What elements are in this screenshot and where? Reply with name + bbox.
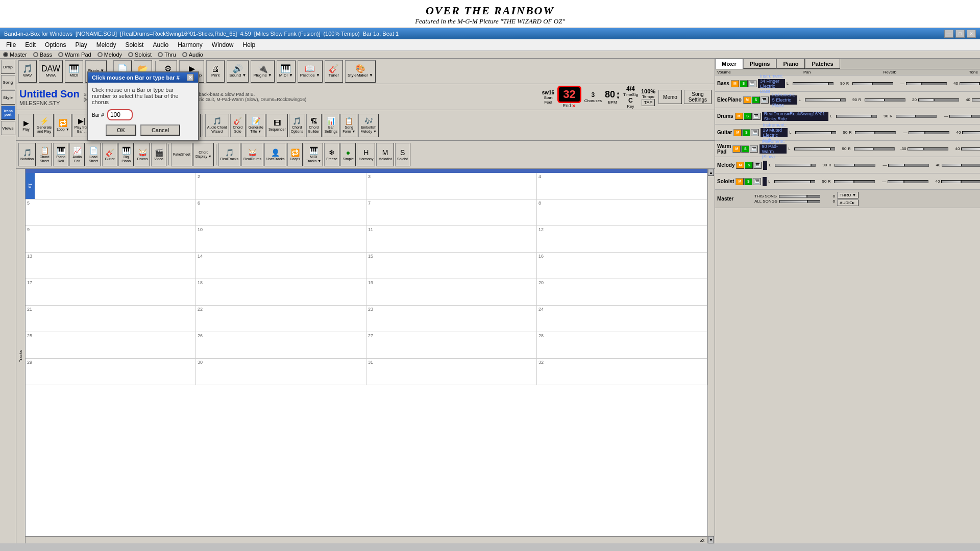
pan-track-5[interactable] bbox=[835, 164, 875, 167]
vol-track-4[interactable] bbox=[794, 147, 835, 151]
soloist-toolbar-button[interactable]: S Soloist bbox=[395, 143, 410, 166]
dialog-close-button[interactable]: ✕ bbox=[187, 74, 194, 81]
mixer-tab-patches[interactable]: Patches bbox=[805, 59, 840, 69]
chord-cell-16[interactable]: 16 bbox=[537, 253, 707, 279]
mute-btn-2[interactable]: M bbox=[735, 113, 743, 120]
mute-btn-3[interactable]: M bbox=[733, 129, 742, 136]
piano-roll-button[interactable]: 🎹 PianoRoll bbox=[53, 143, 68, 166]
mwa-button[interactable]: DAW MWA bbox=[39, 60, 63, 83]
tone-track-0[interactable] bbox=[960, 82, 980, 85]
chord-cell-6[interactable]: 6 bbox=[196, 199, 366, 226]
chord-cell-25[interactable]: 25 bbox=[26, 332, 196, 359]
vol-track-1[interactable] bbox=[805, 98, 846, 102]
simple-button[interactable]: ● Simple bbox=[340, 143, 356, 166]
chord-cell-15[interactable]: 15 bbox=[366, 253, 537, 279]
loop-button[interactable]: 🔁 Loop ▼ bbox=[55, 114, 71, 137]
chord-solo-button[interactable]: 🎸 ChordSolo bbox=[230, 114, 246, 137]
video-button[interactable]: 🎬 Video bbox=[151, 143, 166, 166]
tap-button[interactable]: TAP bbox=[642, 99, 655, 106]
solo-btn-2[interactable]: S bbox=[744, 113, 752, 120]
rev-track-5[interactable] bbox=[888, 164, 929, 167]
solo-btn-0[interactable]: S bbox=[740, 80, 748, 87]
chord-cell-30[interactable]: 30 bbox=[196, 359, 366, 385]
memo-button[interactable]: Memo bbox=[658, 90, 682, 104]
guitar-button[interactable]: 🎸 Guitar bbox=[102, 143, 117, 166]
vol-track-2[interactable] bbox=[836, 115, 877, 118]
tone-track-1[interactable] bbox=[972, 98, 980, 102]
sidebar-style[interactable]: Style bbox=[1, 90, 15, 105]
chord-sheet-button[interactable]: 📋 ChordSheet bbox=[37, 143, 52, 166]
chord-cell-11[interactable]: 11 bbox=[366, 226, 537, 253]
tone-track-4[interactable] bbox=[961, 147, 980, 151]
pan-track-1[interactable] bbox=[865, 98, 905, 102]
chord-cell-2[interactable]: 2 bbox=[196, 173, 366, 199]
usertracks-button[interactable]: 👤 UserTracks bbox=[264, 143, 287, 166]
fakesheet-button[interactable]: FakeSheet bbox=[171, 143, 192, 166]
radio-audio[interactable]: Audio bbox=[182, 52, 203, 58]
chord-cell-10[interactable]: 10 bbox=[196, 226, 366, 253]
rev-track-1[interactable] bbox=[918, 98, 959, 102]
chord-cell-27[interactable]: 27 bbox=[366, 332, 537, 359]
piano-btn-3[interactable]: 🎹 bbox=[751, 129, 759, 136]
this-song-fader[interactable] bbox=[779, 195, 820, 198]
sidebar-song[interactable]: Song bbox=[1, 75, 15, 89]
audio-chord-button[interactable]: 🎵 Audio ChordWizard bbox=[205, 114, 229, 137]
lead-sheet-button[interactable]: 📄 LeadSheet bbox=[86, 143, 101, 166]
radio-master[interactable]: Master bbox=[3, 52, 27, 58]
chord-cell-18[interactable]: 18 bbox=[196, 279, 366, 306]
radio-thru[interactable]: Thru bbox=[158, 52, 176, 58]
chord-cell-1[interactable]: 11aC bbox=[26, 173, 196, 199]
rev-track-2[interactable] bbox=[949, 115, 980, 118]
instrument-5[interactable] bbox=[763, 161, 767, 170]
tone-track-5[interactable] bbox=[942, 164, 980, 167]
mixer-tab-mixer[interactable]: Mixer bbox=[715, 59, 743, 69]
dialog-ok-button[interactable]: OK bbox=[106, 124, 136, 136]
mute-btn-6[interactable]: M bbox=[736, 178, 744, 185]
bar-number-display[interactable]: 32 End ✕ bbox=[557, 86, 581, 109]
stylemaker-button[interactable]: 🎨 StyleMaker ▼ bbox=[345, 60, 376, 83]
solo-btn-6[interactable]: S bbox=[744, 178, 752, 185]
chord-cell-7[interactable]: 7 bbox=[366, 199, 537, 226]
menu-item-edit[interactable]: Edit bbox=[21, 40, 40, 49]
chord-cell-9[interactable]: 9 bbox=[26, 226, 196, 253]
pan-track-4[interactable] bbox=[854, 147, 895, 151]
menu-item-options[interactable]: Options bbox=[41, 40, 70, 49]
rev-track-0[interactable] bbox=[906, 82, 947, 85]
chord-cell-8[interactable]: 8 bbox=[537, 199, 707, 226]
chord-cell-29[interactable]: 29 bbox=[26, 359, 196, 385]
tuner-button[interactable]: 🎸 Tuner bbox=[325, 60, 343, 83]
radio-soloist[interactable]: Soloist bbox=[128, 52, 152, 58]
chord-cell-5[interactable]: 5 bbox=[26, 199, 196, 226]
instrument-0[interactable]: Instrument: 34 Finger Electric Bass bbox=[758, 79, 785, 88]
practice-button[interactable]: 📖 Practice ▼ bbox=[298, 60, 323, 83]
menu-item-file[interactable]: File bbox=[2, 40, 20, 49]
scroll-down-button[interactable]: ▼ bbox=[708, 536, 714, 543]
menu-item-play[interactable]: Play bbox=[71, 40, 91, 49]
vol-track-6[interactable] bbox=[774, 180, 815, 183]
chord-cell-17[interactable]: 17 bbox=[26, 279, 196, 306]
wav-button[interactable]: 🎵 WAV bbox=[18, 60, 37, 83]
pan-track-3[interactable] bbox=[855, 131, 896, 134]
all-songs-fader[interactable] bbox=[779, 200, 820, 203]
instrument-1[interactable]: Instrument: 5 Electric Piano bbox=[770, 95, 797, 105]
song-settings-button[interactable]: SongSettings bbox=[684, 90, 712, 104]
close-button[interactable]: ✕ bbox=[967, 30, 976, 38]
mute-btn-4[interactable]: M bbox=[732, 145, 741, 153]
sequencer-button[interactable]: 🎞 Sequencer bbox=[266, 114, 288, 137]
generate-play-button[interactable]: ⚡ Generateand Play bbox=[35, 114, 54, 137]
sound-button[interactable]: 🔊 Sound ▼ bbox=[227, 60, 249, 83]
mixer-tab-plugins[interactable]: Plugins bbox=[743, 59, 777, 69]
midi-toolbar-button[interactable]: 🎹 MIDI ▼ bbox=[277, 60, 296, 83]
mute-btn-0[interactable]: M bbox=[731, 80, 739, 87]
chord-cell-28[interactable]: 28 bbox=[537, 332, 707, 359]
chord-cell-14[interactable]: 14 bbox=[196, 253, 366, 279]
piano-btn-1[interactable]: 🎹 bbox=[761, 96, 769, 104]
minimize-button[interactable]: — bbox=[944, 30, 953, 38]
chord-cell-23[interactable]: 23 bbox=[366, 306, 537, 332]
mute-btn-1[interactable]: M bbox=[743, 96, 751, 104]
solo-btn-4[interactable]: S bbox=[741, 145, 749, 153]
radio-warmpad[interactable]: Warm Pad bbox=[58, 52, 91, 58]
vol-track-5[interactable] bbox=[775, 164, 816, 167]
realtracks-button[interactable]: 🎵 RealTracks bbox=[218, 143, 240, 166]
chord-cell-21[interactable]: 21 bbox=[26, 306, 196, 332]
